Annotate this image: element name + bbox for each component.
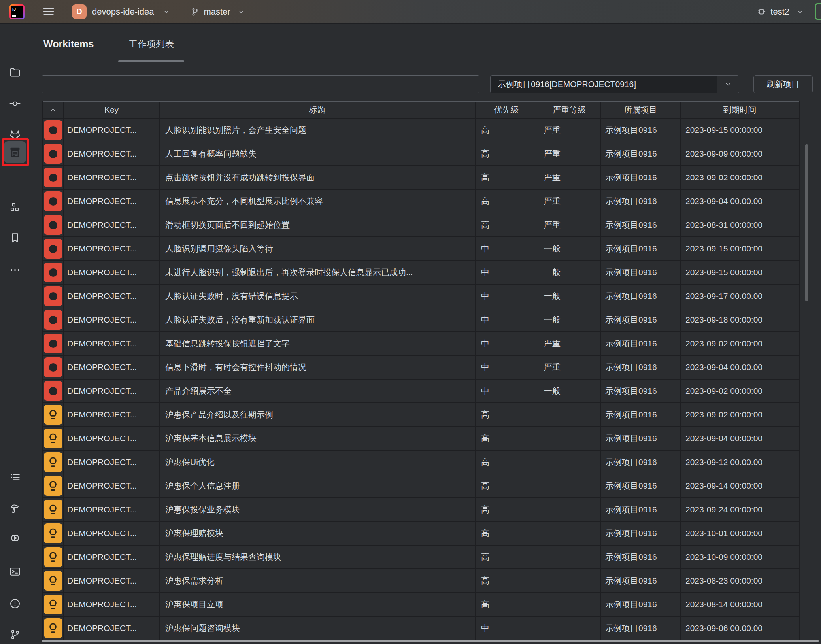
workitem-severity: 严重 [538, 119, 601, 142]
table-row[interactable]: DEMOPROJECT... 沪惠保问题咨询模块 中 示例项目0916 2023… [43, 617, 799, 640]
sidebar-item-git[interactable] [6, 626, 25, 643]
branch-selector[interactable]: master [191, 7, 245, 17]
table-row[interactable]: DEMOPROJECT... 沪惠保个人信息注册 高 示例项目0916 2023… [43, 474, 799, 498]
workitem-project: 示例项目0916 [601, 356, 681, 379]
table-row[interactable]: DEMOPROJECT... 点击跳转按钮并没有成功跳转到投保界面 高 严重 示… [43, 166, 799, 190]
table-row[interactable]: DEMOPROJECT... 产品介绍展示不全 中 一般 示例项目0916 20… [43, 380, 799, 403]
workitem-key: DEMOPROJECT... [64, 569, 160, 592]
workitem-project: 示例项目0916 [601, 213, 681, 236]
table-row[interactable]: DEMOPROJECT... 沪惠保需求分析 高 示例项目0916 2023-0… [43, 569, 799, 593]
table-row[interactable]: DEMOPROJECT... 人脸识别调用摄像头陷入等待 中 一般 示例项目09… [43, 237, 799, 261]
workitem-due: 2023-09-18 00:00:00 [681, 308, 799, 331]
story-icon [44, 547, 62, 567]
workitem-due: 2023-09-04 00:00:00 [681, 427, 799, 450]
sidebar-item-terminal[interactable] [6, 563, 25, 580]
table-row[interactable]: DEMOPROJECT... 人脸识别能识别照片，会产生安全问题 高 严重 示例… [43, 119, 799, 142]
chevron-down-icon [717, 76, 739, 93]
project-avatar: D [72, 4, 87, 19]
workitem-title: 基础信息跳转投保按钮遮挡了文字 [160, 332, 476, 355]
workitem-project: 示例项目0916 [601, 498, 681, 521]
sidebar-item-workitems[interactable] [4, 141, 26, 163]
workitem-due: 2023-10-01 00:00:00 [681, 522, 799, 545]
collapse-column-header[interactable] [43, 102, 64, 118]
workitem-key: DEMOPROJECT... [64, 427, 160, 450]
table-row[interactable]: DEMOPROJECT... 未进行人脸识别，强制退出后，再次登录时投保人信息显… [43, 261, 799, 285]
workitem-due: 2023-09-15 00:00:00 [681, 119, 799, 142]
table-body: DEMOPROJECT... 人脸识别能识别照片，会产生安全问题 高 严重 示例… [43, 119, 799, 640]
filter-input[interactable] [42, 75, 479, 93]
git-branch-icon [9, 629, 21, 640]
workitem-key: DEMOPROJECT... [64, 332, 160, 355]
sidebar-item-structure[interactable] [6, 199, 25, 216]
title-bar: IJ D devops-ide-idea master test2 [0, 0, 821, 24]
table-row[interactable]: DEMOPROJECT... 人脸认证失败后，没有重新加载认证界面 中 一般 示… [43, 308, 799, 332]
workitem-project: 示例项目0916 [601, 403, 681, 426]
workitem-title: 人工回复有概率问题缺失 [160, 142, 476, 165]
project-name: devops-ide-idea [92, 7, 154, 17]
table-row[interactable]: DEMOPROJECT... 沪惠保理赔模块 高 示例项目0916 2023-1… [43, 522, 799, 546]
table-row[interactable]: DEMOPROJECT... 沪惠保产品介绍以及往期示例 高 示例项目0916 … [43, 403, 799, 427]
workitem-project: 示例项目0916 [601, 474, 681, 497]
tab-workitem-list[interactable]: 工作项列表 [118, 24, 184, 64]
project-select[interactable]: 示例项目0916[DEMOPROJECT0916] [490, 75, 739, 93]
workitem-project: 示例项目0916 [601, 285, 681, 308]
table-row[interactable]: DEMOPROJECT... 滑动框切换页面后不回到起始位置 高 严重 示例项目… [43, 213, 799, 237]
workitem-title: 沪惠保投保业务模块 [160, 498, 476, 521]
sidebar-item-commit[interactable] [6, 95, 25, 112]
sidebar-item-problems[interactable] [6, 595, 25, 612]
column-header-priority[interactable]: 优先级 [476, 102, 538, 118]
workitem-title: 人脸识别能识别照片，会产生安全问题 [160, 119, 476, 142]
table-row[interactable]: DEMOPROJECT... 信息展示不充分，不同机型展示比例不兼容 高 严重 … [43, 190, 799, 213]
table-row[interactable]: DEMOPROJECT... 信息下滑时，有时会有控件抖动的情况 中 严重 示例… [43, 356, 799, 380]
environment-selector[interactable]: test2 [756, 7, 804, 17]
more-icon [9, 264, 21, 276]
workitem-due: 2023-09-02 00:00:00 [681, 332, 799, 355]
table-row[interactable]: DEMOPROJECT... 人脸认证失败时，没有错误信息提示 中 一般 示例项… [43, 285, 799, 308]
workitem-key: DEMOPROJECT... [64, 593, 160, 616]
column-header-project[interactable]: 所属项目 [601, 102, 681, 118]
chevron-up-icon [49, 106, 57, 114]
workitem-due: 2023-09-24 00:00:00 [681, 498, 799, 521]
table-row[interactable]: DEMOPROJECT... 沪惠保基本信息展示模块 高 示例项目0916 20… [43, 427, 799, 451]
column-header-key[interactable]: Key [64, 102, 160, 118]
table-row[interactable]: DEMOPROJECT... 沪惠保Ui优化 高 示例项目0916 2023-0… [43, 451, 799, 474]
plug-icon [756, 7, 766, 17]
table-row[interactable]: DEMOPROJECT... 沪惠保项目立项 高 示例项目0916 2023-0… [43, 593, 799, 617]
sidebar-divider [7, 133, 23, 133]
workitem-priority: 高 [476, 119, 538, 142]
main-menu-burger-icon[interactable] [41, 6, 56, 18]
table-row[interactable]: DEMOPROJECT... 人工回复有概率问题缺失 高 严重 示例项目0916… [43, 142, 799, 166]
column-header-due[interactable]: 到期时间 [681, 102, 799, 118]
sidebar-item-gitlab[interactable] [6, 126, 25, 143]
table-row[interactable]: DEMOPROJECT... 沪惠保理赔进度与结果查询模块 高 示例项目0916… [43, 546, 799, 569]
project-selector[interactable]: D devops-ide-idea [72, 4, 170, 19]
vertical-scrollbar[interactable] [805, 144, 808, 301]
workitem-title: 沪惠保Ui优化 [160, 451, 476, 474]
refresh-project-button[interactable]: 刷新项目 [753, 75, 813, 93]
run-widget-edge [815, 3, 821, 20]
horizontal-scrollbar[interactable] [42, 640, 819, 642]
workitem-due: 2023-09-04 00:00:00 [681, 190, 799, 213]
workitem-title: 滑动框切换页面后不回到起始位置 [160, 213, 476, 236]
bug-icon [44, 191, 62, 211]
workitem-severity [538, 474, 601, 497]
workitem-severity [538, 569, 601, 592]
bug-icon [44, 215, 62, 235]
column-header-title[interactable]: 标题 [160, 102, 476, 118]
workitem-priority: 高 [476, 498, 538, 521]
workitem-key: DEMOPROJECT... [64, 190, 160, 213]
workitems-clipboard-icon [8, 145, 22, 159]
sidebar-item-todo[interactable] [6, 469, 25, 485]
workitem-key: DEMOPROJECT... [64, 474, 160, 497]
workitem-title: 沪惠保需求分析 [160, 569, 476, 592]
sidebar-item-project[interactable] [6, 64, 25, 81]
sidebar-item-build[interactable] [6, 500, 25, 517]
table-row[interactable]: DEMOPROJECT... 基础信息跳转投保按钮遮挡了文字 中 严重 示例项目… [43, 332, 799, 356]
column-header-severity[interactable]: 严重等级 [538, 102, 601, 118]
workitem-project: 示例项目0916 [601, 451, 681, 474]
table-row[interactable]: DEMOPROJECT... 沪惠保投保业务模块 高 示例项目0916 2023… [43, 498, 799, 522]
workitem-priority: 中 [476, 237, 538, 260]
sidebar-item-bookmarks[interactable] [6, 230, 25, 246]
sidebar-item-more[interactable] [6, 262, 25, 278]
sidebar-item-services[interactable] [6, 530, 25, 546]
